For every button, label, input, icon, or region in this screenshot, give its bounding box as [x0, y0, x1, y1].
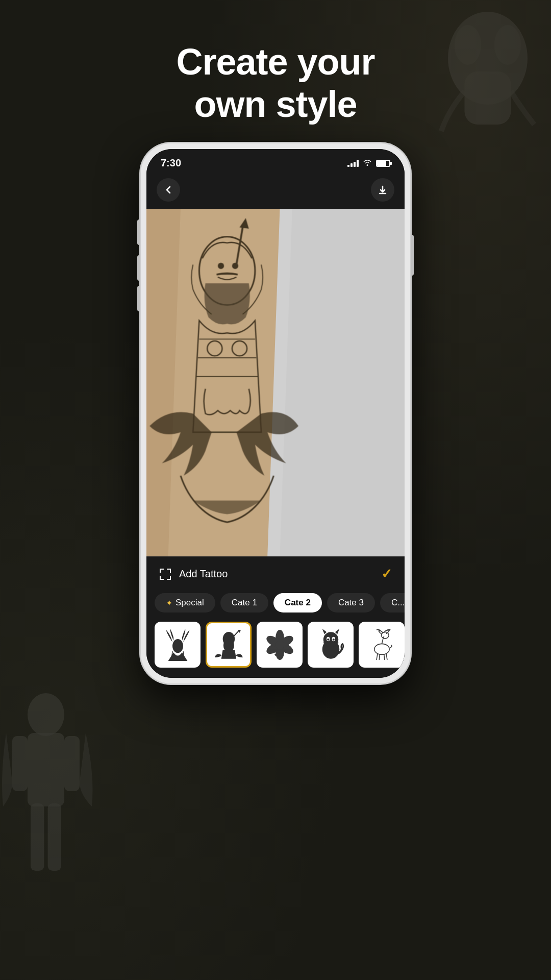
tab-special-label: Special	[176, 598, 204, 608]
svg-line-46	[384, 654, 384, 660]
wifi-icon	[363, 159, 372, 168]
headline-text: Create your own style	[0, 41, 551, 126]
category-tabs: ✦ Special Cate 1 Cate 2 Cate 3 C...	[146, 589, 405, 619]
download-icon	[378, 185, 388, 195]
svg-point-18	[172, 639, 183, 652]
thumbnails-row: Respect Never Forget	[146, 619, 405, 678]
svg-marker-32	[322, 629, 326, 634]
tab-cate2-label: Cate 2	[285, 598, 311, 607]
svg-line-47	[386, 653, 387, 660]
svg-marker-33	[335, 629, 339, 634]
expand-icon[interactable]	[159, 568, 172, 581]
back-arrow-icon	[163, 185, 173, 195]
svg-point-28	[276, 641, 284, 649]
signal-icon	[347, 160, 359, 167]
svg-rect-8	[31, 803, 44, 871]
add-tattoo-label: Add Tattoo	[179, 568, 228, 580]
thumb-viking-warrior[interactable]	[206, 622, 252, 668]
tab-cate1[interactable]: Cate 1	[220, 593, 268, 612]
confirm-checkmark[interactable]: ✓	[381, 566, 392, 582]
tab-cate4[interactable]: C...	[380, 593, 405, 612]
tab-cate1-label: Cate 1	[232, 598, 257, 607]
phone-mockup: 7:30	[140, 143, 411, 684]
tab-cate3[interactable]: Cate 3	[327, 593, 375, 612]
svg-point-36	[327, 638, 329, 640]
thumb-native-chief[interactable]	[155, 622, 201, 668]
back-button[interactable]	[157, 178, 180, 202]
status-bar: 7:30	[146, 149, 405, 173]
add-tattoo-bar: Add Tattoo ✓	[146, 556, 405, 589]
svg-rect-6	[12, 736, 28, 791]
bg-warrior-decoration	[0, 684, 97, 929]
battery-icon	[376, 160, 390, 167]
bottom-panel: Add Tattoo ✓ ✦ Special Cate 1 Cate 2	[146, 556, 405, 678]
phone-screen: 7:30	[146, 149, 405, 678]
svg-line-45	[379, 654, 380, 660]
phone-frame: 7:30	[140, 143, 411, 684]
download-button[interactable]	[371, 178, 394, 202]
tab-cate2[interactable]: Cate 2	[273, 593, 322, 612]
svg-point-42	[374, 644, 389, 654]
thumb-cat[interactable]	[308, 622, 354, 668]
expand-controls: Add Tattoo	[159, 568, 228, 581]
thumb-flower[interactable]	[257, 622, 303, 668]
tab-cate3-label: Cate 3	[338, 598, 364, 607]
svg-rect-9	[48, 803, 61, 871]
svg-point-37	[332, 638, 334, 640]
tattoo-preview-image	[146, 209, 405, 556]
svg-rect-5	[28, 733, 64, 806]
svg-line-44	[377, 653, 378, 660]
tab-cate4-label: C...	[391, 598, 405, 607]
status-time: 7:30	[161, 157, 181, 169]
sparkle-icon: ✦	[166, 598, 172, 608]
tattoo-preview-area	[146, 209, 405, 556]
svg-rect-7	[64, 736, 80, 791]
svg-point-13	[218, 263, 224, 269]
status-icons	[347, 159, 390, 168]
thumb-deer[interactable]	[359, 622, 405, 668]
tab-special[interactable]: ✦ Special	[155, 593, 215, 612]
app-topbar	[146, 173, 405, 209]
svg-point-31	[323, 632, 338, 647]
headline-section: Create your own style	[0, 0, 551, 156]
svg-line-20	[233, 631, 239, 638]
svg-point-4	[28, 693, 64, 736]
